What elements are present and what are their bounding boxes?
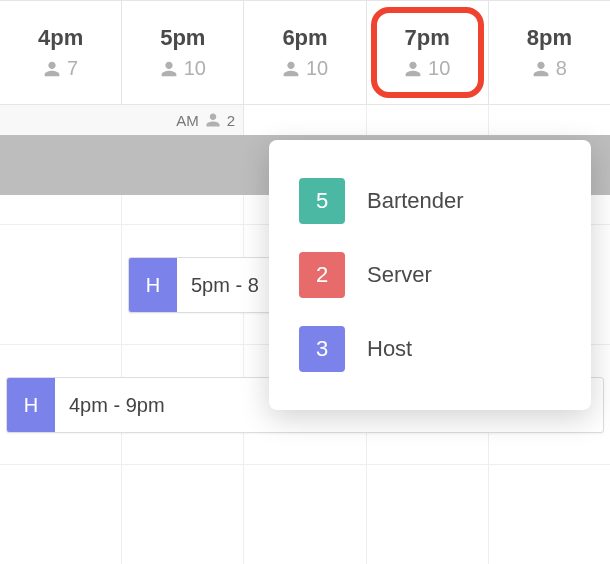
time-column-8pm[interactable]: 8pm 8 <box>489 1 610 104</box>
count-value: 8 <box>556 57 567 80</box>
time-label: 8pm <box>527 25 572 51</box>
person-icon <box>532 60 550 78</box>
shift-time-text: 4pm - 9pm <box>55 394 165 417</box>
count-value: 10 <box>428 57 450 80</box>
role-label: Host <box>367 336 412 362</box>
person-icon <box>160 60 178 78</box>
time-label: 5pm <box>160 25 205 51</box>
person-icon <box>404 60 422 78</box>
time-label: 7pm <box>405 25 450 51</box>
role-breakdown-popover: 5 Bartender 2 Server 3 Host <box>269 140 591 410</box>
shift-time-text: 5pm - 8 <box>177 274 259 297</box>
role-count-badge: 2 <box>299 252 345 298</box>
time-column-6pm[interactable]: 6pm 10 <box>244 1 366 104</box>
time-count: 10 <box>282 57 328 80</box>
role-count-badge: 5 <box>299 178 345 224</box>
person-icon <box>43 60 61 78</box>
shift-badge-host: H <box>7 378 55 432</box>
time-label: 4pm <box>38 25 83 51</box>
time-count: 7 <box>43 57 78 80</box>
count-value: 10 <box>306 57 328 80</box>
time-column-5pm[interactable]: 5pm 10 <box>122 1 244 104</box>
person-icon <box>282 60 300 78</box>
ampm-segment: AM 2 <box>0 105 244 135</box>
time-count: 8 <box>532 57 567 80</box>
count-value: 7 <box>67 57 78 80</box>
role-label: Bartender <box>367 188 464 214</box>
shift-badge-host: H <box>129 258 177 312</box>
time-column-4pm[interactable]: 4pm 7 <box>0 1 122 104</box>
popover-row-host[interactable]: 3 Host <box>269 312 591 386</box>
role-count-badge: 3 <box>299 326 345 372</box>
time-label: 6pm <box>282 25 327 51</box>
ampm-count: 2 <box>227 112 235 129</box>
highlight-ring <box>371 7 484 98</box>
person-icon <box>205 112 221 128</box>
time-count: 10 <box>160 57 206 80</box>
ampm-label: AM <box>176 112 199 129</box>
time-column-7pm[interactable]: 7pm 10 <box>367 1 489 104</box>
ampm-bar: AM 2 <box>0 105 610 135</box>
time-count: 10 <box>404 57 450 80</box>
role-label: Server <box>367 262 432 288</box>
popover-row-server[interactable]: 2 Server <box>269 238 591 312</box>
timeline-header: 4pm 7 5pm 10 6pm 10 7pm 10 8pm 8 <box>0 0 610 105</box>
count-value: 10 <box>184 57 206 80</box>
popover-row-bartender[interactable]: 5 Bartender <box>269 164 591 238</box>
